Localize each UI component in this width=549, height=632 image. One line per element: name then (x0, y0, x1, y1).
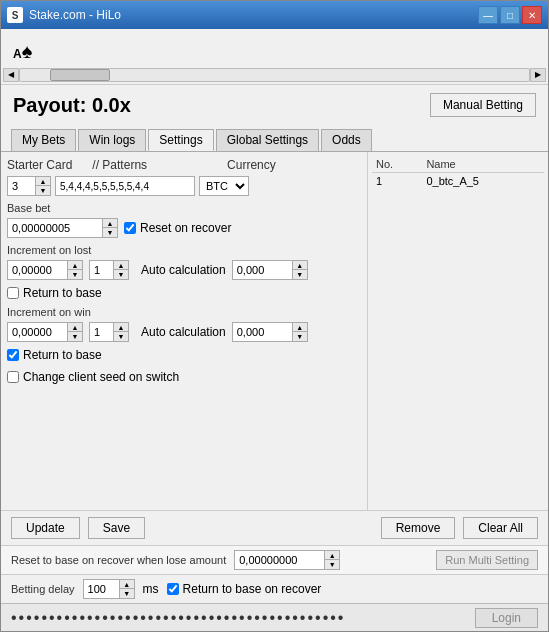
update-button[interactable]: Update (11, 517, 80, 539)
reset-value-down[interactable]: ▼ (325, 560, 339, 569)
currency-label: Currency (227, 158, 276, 172)
delay-row: Betting delay ▲ ▼ ms Return to base on r… (1, 574, 548, 603)
title-bar-left: S Stake.com - HiLo (7, 7, 121, 23)
auto-calc-lost-up[interactable]: ▲ (293, 261, 307, 270)
tab-my-bets[interactable]: My Bets (11, 129, 76, 151)
window-title: Stake.com - HiLo (29, 8, 121, 22)
starter-card-up[interactable]: ▲ (36, 177, 50, 186)
close-button[interactable]: ✕ (522, 6, 542, 24)
increment-lost-down[interactable]: ▼ (68, 270, 82, 279)
presets-table: No. Name 1 0_btc_A_5 (372, 156, 544, 189)
patterns-input[interactable] (55, 176, 195, 196)
auto-calc-win-down[interactable]: ▼ (293, 332, 307, 341)
increment-lost-spinner: ▲ ▼ (7, 260, 83, 280)
increment-win-mult-down[interactable]: ▼ (114, 332, 128, 341)
return-to-base-lost-label[interactable]: Return to base (7, 286, 102, 300)
manual-betting-button[interactable]: Manual Betting (430, 93, 536, 117)
row-name: 0_btc_A_5 (422, 173, 544, 190)
save-button[interactable]: Save (88, 517, 145, 539)
base-bet-input[interactable] (7, 218, 102, 238)
starter-card-input[interactable] (7, 176, 35, 196)
reset-value-input[interactable] (234, 550, 324, 570)
increment-lost-label: Increment on lost (7, 244, 361, 256)
delay-value-arrows: ▲ ▼ (119, 579, 135, 599)
base-bet-spinner: ▲ ▼ (7, 218, 118, 238)
main-content: Starter Card // Patterns Currency ▲ ▼ BT… (1, 151, 548, 510)
starter-card-label: Starter Card (7, 158, 72, 172)
scroll-left-arrow[interactable]: ◀ (3, 68, 19, 82)
starter-card-row: ▲ ▼ BTC ETH USD (7, 176, 361, 196)
login-button[interactable]: Login (475, 608, 538, 628)
main-window: S Stake.com - HiLo — □ ✕ A♠ ◀ ▶ Payout: … (0, 0, 549, 632)
increment-win-label: Increment on win (7, 306, 361, 318)
increment-lost-mult-up[interactable]: ▲ (114, 261, 128, 270)
auto-calc-win-arrows: ▲ ▼ (292, 322, 308, 342)
change-seed-row: Change client seed on switch (7, 370, 361, 384)
tab-win-logs[interactable]: Win logs (78, 129, 146, 151)
row-no: 1 (372, 173, 422, 190)
app-icon: S (7, 7, 23, 23)
auto-calc-lost-input[interactable] (232, 260, 292, 280)
return-on-recover-checkbox[interactable] (167, 583, 179, 595)
run-multi-setting-button[interactable]: Run Multi Setting (436, 550, 538, 570)
reset-value-up[interactable]: ▲ (325, 551, 339, 560)
increment-win-mult-up[interactable]: ▲ (114, 323, 128, 332)
delay-unit: ms (143, 582, 159, 596)
auto-calc-win-label: Auto calculation (141, 325, 226, 339)
tab-settings[interactable]: Settings (148, 129, 213, 151)
tab-odds[interactable]: Odds (321, 129, 372, 151)
reset-value-arrows: ▲ ▼ (324, 550, 340, 570)
delay-value-input[interactable] (83, 579, 119, 599)
auto-calc-win-up[interactable]: ▲ (293, 323, 307, 332)
increment-lost-mult-spinner: ▲ ▼ (89, 260, 129, 280)
change-seed-label[interactable]: Change client seed on switch (7, 370, 179, 384)
tab-global-settings[interactable]: Global Settings (216, 129, 319, 151)
scroll-track (19, 68, 530, 82)
increment-lost-mult-input[interactable] (89, 260, 113, 280)
delay-value-down[interactable]: ▼ (120, 589, 134, 598)
scroll-right-arrow[interactable]: ▶ (530, 68, 546, 82)
increment-win-down[interactable]: ▼ (68, 332, 82, 341)
logo-area: A♠ (1, 29, 548, 65)
delay-label: Betting delay (11, 583, 75, 595)
base-bet-row: ▲ ▼ Reset on recover (7, 218, 361, 238)
window-controls: — □ ✕ (478, 6, 542, 24)
left-panel: Starter Card // Patterns Currency ▲ ▼ BT… (1, 152, 368, 510)
header: Payout: 0.0x Manual Betting (1, 85, 548, 125)
clear-all-button[interactable]: Clear All (463, 517, 538, 539)
base-bet-arrows: ▲ ▼ (102, 218, 118, 238)
payout-display: Payout: 0.0x (13, 94, 131, 117)
return-to-base-lost-checkbox[interactable] (7, 287, 19, 299)
increment-win-input[interactable] (7, 322, 67, 342)
scroll-thumb[interactable] (50, 69, 110, 81)
delay-value-up[interactable]: ▲ (120, 580, 134, 589)
auto-calc-win-spinner: ▲ ▼ (232, 322, 308, 342)
increment-lost-up[interactable]: ▲ (68, 261, 82, 270)
increment-lost-input[interactable] (7, 260, 67, 280)
increment-win-arrows: ▲ ▼ (67, 322, 83, 342)
reset-row: Reset to base on recover when lose amoun… (1, 545, 548, 574)
section-header: Starter Card // Patterns Currency (7, 158, 361, 172)
auto-calc-win-input[interactable] (232, 322, 292, 342)
base-bet-up[interactable]: ▲ (103, 219, 117, 228)
change-seed-checkbox[interactable] (7, 371, 19, 383)
return-to-base-lost-row: Return to base (7, 286, 361, 300)
starter-card-down[interactable]: ▼ (36, 186, 50, 195)
increment-lost-mult-down[interactable]: ▼ (114, 270, 128, 279)
return-on-recover-label[interactable]: Return to base on recover (167, 582, 322, 596)
increment-win-up[interactable]: ▲ (68, 323, 82, 332)
increment-win-mult-input[interactable] (89, 322, 113, 342)
table-row[interactable]: 1 0_btc_A_5 (372, 173, 544, 190)
reset-on-recover-checkbox[interactable] (124, 222, 136, 234)
auto-calc-lost-down[interactable]: ▼ (293, 270, 307, 279)
starter-card-spinner: ▲ ▼ (7, 176, 51, 196)
minimize-button[interactable]: — (478, 6, 498, 24)
scrollbar-area: ◀ ▶ (1, 65, 548, 85)
currency-select[interactable]: BTC ETH USD (199, 176, 249, 196)
maximize-button[interactable]: □ (500, 6, 520, 24)
remove-button[interactable]: Remove (381, 517, 456, 539)
return-to-base-win-label[interactable]: Return to base (7, 348, 102, 362)
base-bet-down[interactable]: ▼ (103, 228, 117, 237)
return-to-base-win-checkbox[interactable] (7, 349, 19, 361)
reset-on-recover-label[interactable]: Reset on recover (124, 221, 231, 235)
